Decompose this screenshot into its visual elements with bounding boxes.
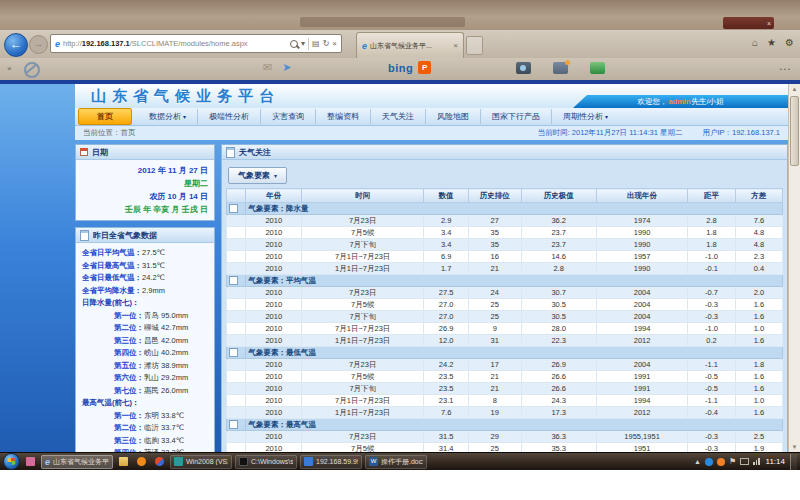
start-button[interactable] [3,453,20,470]
column-header[interactable]: 距平 [688,189,735,203]
action-center-flag-icon[interactable]: ⚑ [729,457,736,466]
column-header[interactable]: 历史极值 [521,189,596,203]
chevron-down-icon: ▾ [605,113,608,120]
tray-expand-icon[interactable]: ▲ [694,458,701,465]
rank-station-value: 惠民 26.0mm [144,385,188,398]
yesterday-body: 全省日平均气温：27.5℃全省日最高气温：31.5℃全省日最低气温：24.2℃全… [76,243,214,452]
table-cell: 1.6 [735,371,782,383]
table-cell: -0.3 [688,299,735,311]
expand-checkbox[interactable] [229,276,238,285]
nav-item-3[interactable]: 极端性分析 [198,109,261,124]
table-cell: 27.0 [424,311,468,323]
back-button[interactable]: ← [4,33,28,57]
tab-close-icon[interactable]: × [453,41,458,50]
table-cell: 2010 [246,215,302,227]
nav-item-1[interactable]: 首页 [78,108,132,125]
stop-icon[interactable]: × [332,39,337,48]
column-header[interactable]: 年份 [246,189,302,203]
blocked-icon[interactable] [24,62,40,78]
scroll-down-icon[interactable]: ▼ [789,442,800,452]
compatibility-view-icon[interactable]: ▤ [312,39,320,48]
rank-section-title: 最高气温(前七)： [82,397,208,410]
app-icon [137,457,146,466]
expand-checkbox[interactable] [229,420,238,429]
taskbar-window-button[interactable]: C:\Windows\s... [235,455,297,469]
table-cell: 1957 [596,251,688,263]
weather-table: 年份时间数值历史排位历史极值出现年份距平方差 气象要素：降水量20107月23日… [226,188,783,452]
toolbar-overflow-icon[interactable]: ••• [780,66,792,72]
nav-item-7[interactable]: 风险地图 [426,109,481,124]
table-cell: 7月下旬 [302,239,424,251]
forward-button[interactable]: → [29,35,48,54]
nav-item-4[interactable]: 灾害查询 [261,109,316,124]
scroll-up-icon[interactable]: ▲ [789,84,800,94]
table-cell: 2010 [246,431,302,443]
calendar-body: 2012 年 11 月 27 日星期二农历 10 月 14 日壬辰 年 辛亥 月… [76,160,214,220]
nav-item-6[interactable]: 天气关注 [371,109,426,124]
nav-item-5[interactable]: 整编资料 [316,109,371,124]
show-desktop-button[interactable] [790,454,797,470]
page-scrollbar[interactable]: ▲ ▼ [788,84,800,452]
settings-gear-icon[interactable]: ⚙ [785,37,794,48]
taskbar-app-button-circle[interactable] [152,455,167,469]
display-icon[interactable] [740,458,749,465]
nav-item-2[interactable]: 数据分析▾ [138,109,198,124]
table-cell: 25 [468,299,521,311]
taskbar-explorer-button[interactable] [116,455,131,469]
table-cell: 35.3 [521,443,596,453]
table-cell: 1.9 [735,443,782,453]
table-cell: 30.5 [521,299,596,311]
fox-icon[interactable] [717,458,725,466]
favorites-star-icon[interactable]: ★ [767,37,776,48]
rank-line: 第三位：昌邑 42.0mm [82,335,208,348]
network-icon[interactable] [753,458,760,465]
rank-station-value: 青岛 95.0mm [144,310,188,323]
table-cell: 2.8 [521,263,596,275]
highlight-icon[interactable] [553,62,568,74]
scrollbar-thumb[interactable] [790,96,799,166]
expand-checkbox[interactable] [229,204,238,213]
taskbar-window-ie[interactable]: e 山东省气候业务平... [41,455,113,469]
table-cell: -1.0 [688,251,735,263]
toolbar-close-icon[interactable]: × [7,64,12,73]
word-icon: W [369,457,378,466]
column-header[interactable]: 方差 [735,189,782,203]
bing-rewards-icon[interactable]: P [418,61,431,74]
address-bar[interactable]: e http://192.168.137.1/SLCCLIMATE/module… [50,34,342,53]
new-tab-button[interactable] [466,36,483,55]
column-header[interactable]: 数值 [424,189,468,203]
nav-menu: 首页数据分析▾极端性分析灾害查询整编资料天气关注风险地图国家下行产品周期性分析▾ [75,108,788,126]
column-header[interactable]: 出现年份 [596,189,688,203]
nav-item-9[interactable]: 周期性分析▾ [552,109,619,124]
home-icon[interactable]: ⌂ [752,37,758,48]
table-cell: 7月下旬 [302,383,424,395]
background-window-close-button[interactable]: × [723,17,774,29]
column-header[interactable]: 时间 [302,189,424,203]
table-cell: 1.8 [688,239,735,251]
table-cell: 22.3 [521,335,596,347]
pinned-app-icon[interactable] [23,455,38,469]
element-filter-button[interactable]: 气象要素 ▾ [228,167,287,184]
url-text[interactable]: http://192.168.137.1/SLCCLIMATE/modules/… [63,39,287,48]
messenger-icon[interactable] [705,458,713,466]
table-cell: 27.5 [424,287,468,299]
clock[interactable]: 11:14 [766,457,785,466]
taskbar-window-button[interactable]: Win2008 (VS2... [170,455,232,469]
browser-tab[interactable]: e 山东省气候业务平... × [356,32,464,58]
taskbar-app-button-orange[interactable] [134,455,149,469]
search-icon[interactable] [290,40,298,48]
chevron-down-icon[interactable]: ▾ [301,39,305,48]
expand-checkbox[interactable] [229,348,238,357]
breadcrumb: 当前位置：首页 [83,128,136,138]
camera-icon[interactable] [516,62,531,74]
taskbar-window-button[interactable]: W操作手册.docx ... [365,455,427,469]
rank-line: 第二位：聊城 42.7mm [82,322,208,335]
send-icon[interactable]: ➤ [282,61,291,74]
nav-item-8[interactable]: 国家下行产品 [481,109,552,124]
column-header[interactable]: 历史排位 [468,189,521,203]
mail-icon[interactable]: ✉ [263,61,272,74]
apps-icon[interactable] [590,62,605,74]
refresh-icon[interactable]: ↻ [323,39,330,48]
taskbar-window-button[interactable]: 192.168.59.99... [300,455,362,469]
bing-logo[interactable]: bing [388,62,413,74]
